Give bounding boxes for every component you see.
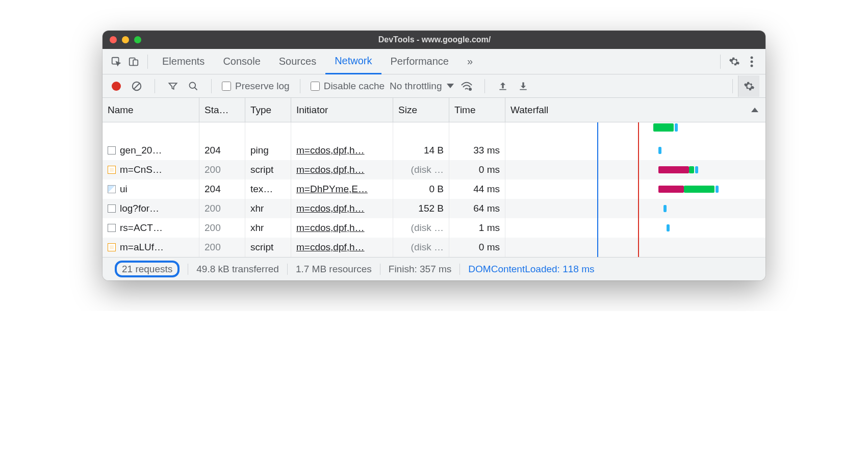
disable-cache-checkbox[interactable]: Disable cache bbox=[311, 81, 385, 92]
col-type[interactable]: Type bbox=[245, 98, 291, 122]
cell-time: 33 ms bbox=[449, 141, 505, 160]
device-toggle-icon[interactable] bbox=[125, 53, 142, 70]
record-button[interactable] bbox=[109, 79, 124, 94]
titlebar: DevTools - www.google.com/ bbox=[103, 31, 765, 49]
cell-status: 200 bbox=[199, 238, 245, 257]
tab-elements[interactable]: Elements bbox=[153, 49, 214, 74]
col-waterfall[interactable]: Waterfall bbox=[505, 98, 765, 122]
kebab-menu-icon[interactable] bbox=[743, 53, 760, 70]
close-icon[interactable] bbox=[110, 36, 117, 43]
cell-size: (disk … bbox=[393, 238, 449, 257]
window-title: DevTools - www.google.com/ bbox=[141, 35, 728, 44]
disable-cache-label: Disable cache bbox=[324, 81, 385, 92]
cell-name: ui bbox=[103, 179, 199, 199]
col-time[interactable]: Time bbox=[449, 98, 505, 122]
table-row[interactable]: rs=ACT… 200 xhr m=cdos,dpf,h… (disk … 1 … bbox=[103, 218, 765, 238]
request-table: gen_20… 204 ping m=cdos,dpf,h… 14 B 33 m… bbox=[103, 122, 765, 257]
tab-sources[interactable]: Sources bbox=[270, 49, 325, 74]
tabs-overflow[interactable]: » bbox=[458, 49, 482, 74]
file-type-icon bbox=[108, 185, 116, 193]
cell-initiator[interactable]: m=cdos,dpf,h… bbox=[291, 160, 393, 179]
cell-waterfall bbox=[505, 238, 765, 257]
tab-network[interactable]: Network bbox=[325, 49, 381, 74]
status-requests: 21 requests bbox=[110, 264, 188, 275]
cell-initiator[interactable]: m=DhPYme,E… bbox=[291, 179, 393, 199]
zoom-icon[interactable] bbox=[134, 36, 141, 43]
minimize-icon[interactable] bbox=[122, 36, 129, 43]
cell-time: 0 ms bbox=[449, 238, 505, 257]
col-status[interactable]: Sta… bbox=[199, 98, 245, 122]
svg-point-10 bbox=[469, 88, 472, 91]
cell-size: 152 B bbox=[393, 199, 449, 218]
settings-icon[interactable] bbox=[726, 53, 743, 70]
status-requests-value: 21 requests bbox=[115, 261, 180, 277]
cell-waterfall bbox=[505, 141, 765, 160]
svg-line-9 bbox=[195, 87, 197, 90]
cell-size: 0 B bbox=[393, 179, 449, 199]
throttling-value: No throttling bbox=[390, 81, 442, 92]
network-settings-icon[interactable] bbox=[738, 75, 759, 97]
filter-icon[interactable] bbox=[165, 79, 181, 94]
tab-console[interactable]: Console bbox=[214, 49, 269, 74]
svg-point-3 bbox=[751, 56, 753, 59]
traffic-lights bbox=[110, 36, 141, 43]
file-type-icon bbox=[108, 204, 116, 213]
cell-type: xhr bbox=[245, 199, 291, 218]
upload-har-icon[interactable] bbox=[495, 79, 510, 94]
cell-name: m=CnS… bbox=[103, 160, 199, 179]
inspect-icon[interactable] bbox=[108, 53, 125, 70]
preserve-log-checkbox[interactable]: Preserve log bbox=[222, 81, 290, 92]
col-initiator[interactable]: Initiator bbox=[291, 98, 393, 122]
svg-rect-12 bbox=[520, 89, 527, 90]
table-row[interactable]: log?for… 200 xhr m=cdos,dpf,h… 152 B 64 … bbox=[103, 199, 765, 218]
file-type-icon bbox=[108, 243, 116, 251]
file-type-icon bbox=[108, 224, 116, 232]
cell-time: 64 ms bbox=[449, 199, 505, 218]
cell-type: script bbox=[245, 238, 291, 257]
cell-status: 200 bbox=[199, 199, 245, 218]
file-type-icon bbox=[108, 166, 116, 174]
column-headers: Name Sta… Type Initiator Size Time Water… bbox=[103, 98, 765, 122]
col-name[interactable]: Name bbox=[103, 98, 199, 122]
cell-waterfall bbox=[505, 218, 765, 238]
cell-status: 204 bbox=[199, 141, 245, 160]
download-har-icon[interactable] bbox=[516, 79, 531, 94]
cell-status: 200 bbox=[199, 218, 245, 238]
cell-initiator[interactable]: m=cdos,dpf,h… bbox=[291, 218, 393, 238]
cell-size: (disk … bbox=[393, 218, 449, 238]
status-resources: 1.7 MB resources bbox=[288, 264, 380, 275]
cell-waterfall bbox=[505, 199, 765, 218]
table-row[interactable]: m=CnS… 200 script m=cdos,dpf,h… (disk … … bbox=[103, 160, 765, 179]
main-tabs: Elements Console Sources Network Perform… bbox=[103, 49, 765, 74]
cell-type: ping bbox=[245, 141, 291, 160]
cell-initiator[interactable]: m=cdos,dpf,h… bbox=[291, 141, 393, 160]
cell-initiator[interactable]: m=cdos,dpf,h… bbox=[291, 199, 393, 218]
status-finish: Finish: 357 ms bbox=[380, 264, 461, 275]
cell-status: 200 bbox=[199, 160, 245, 179]
cell-status: 204 bbox=[199, 179, 245, 199]
svg-rect-11 bbox=[500, 89, 506, 90]
cell-name: rs=ACT… bbox=[103, 218, 199, 238]
throttling-select[interactable]: No throttling bbox=[390, 81, 454, 92]
chevron-down-icon bbox=[447, 84, 454, 88]
cell-size: (disk … bbox=[393, 160, 449, 179]
status-transferred: 49.8 kB transferred bbox=[188, 264, 288, 275]
cell-initiator[interactable]: m=cdos,dpf,h… bbox=[291, 238, 393, 257]
table-row[interactable]: m=aLUf… 200 script m=cdos,dpf,h… (disk …… bbox=[103, 238, 765, 257]
search-icon[interactable] bbox=[186, 79, 201, 94]
cell-name: log?for… bbox=[103, 199, 199, 218]
cell-type: xhr bbox=[245, 218, 291, 238]
table-row[interactable]: gen_20… 204 ping m=cdos,dpf,h… 14 B 33 m… bbox=[103, 141, 765, 160]
svg-line-7 bbox=[134, 83, 140, 89]
col-size[interactable]: Size bbox=[393, 98, 449, 122]
svg-rect-2 bbox=[133, 60, 138, 65]
network-conditions-icon[interactable] bbox=[459, 79, 474, 94]
devtools-window: DevTools - www.google.com/ Elements Cons… bbox=[103, 31, 765, 280]
cell-waterfall bbox=[505, 160, 765, 179]
clear-icon[interactable] bbox=[129, 79, 144, 94]
table-row[interactable]: ui 204 tex… m=DhPYme,E… 0 B 44 ms bbox=[103, 179, 765, 199]
svg-point-8 bbox=[190, 82, 196, 88]
cell-waterfall bbox=[505, 179, 765, 199]
tab-performance[interactable]: Performance bbox=[381, 49, 458, 74]
svg-point-5 bbox=[751, 64, 753, 67]
